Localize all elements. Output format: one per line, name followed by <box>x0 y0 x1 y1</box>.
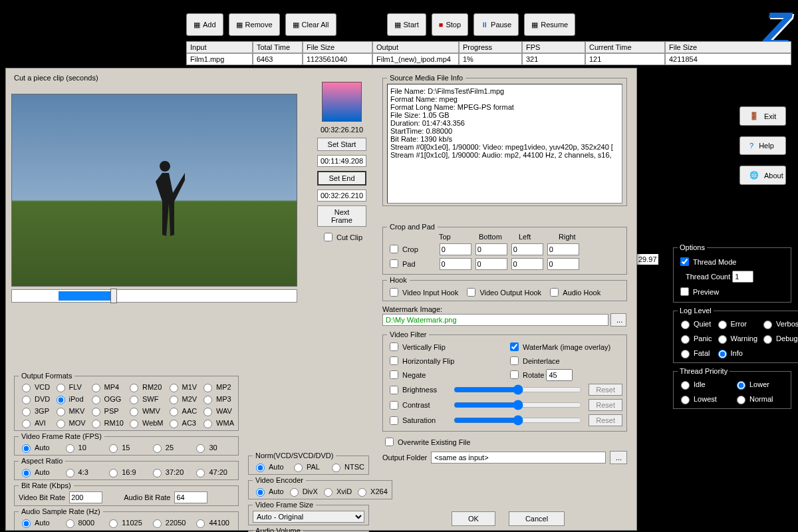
fmt-psp[interactable]: PSP <box>88 406 124 416</box>
log-info[interactable]: Info <box>715 348 758 358</box>
fmt-rm10[interactable]: RM10 <box>88 418 124 428</box>
log-panic[interactable]: Panic <box>678 333 712 344</box>
hflip-checkbox[interactable]: Horizontally Flip <box>387 354 502 367</box>
start-time-field[interactable] <box>317 155 366 167</box>
fmt-webm[interactable]: WebM <box>126 418 164 428</box>
watermark-browse-button[interactable]: ... <box>610 313 626 327</box>
video-output-hook[interactable]: Video Output Hook <box>464 286 541 299</box>
audio-hook[interactable]: Audio Hook <box>547 286 600 299</box>
norm-ntsc[interactable]: NTSC <box>329 462 364 472</box>
cancel-button[interactable]: Cancel <box>509 511 565 526</box>
asr-auto[interactable]: Auto <box>19 517 60 528</box>
pad-top[interactable] <box>440 258 471 270</box>
fmt-m2v[interactable]: M2V <box>166 394 198 404</box>
pad-right[interactable] <box>547 258 579 270</box>
video-bitrate-field[interactable] <box>69 491 102 503</box>
log-fatal[interactable]: Fatal <box>678 348 712 358</box>
contrast-slider[interactable] <box>454 400 582 410</box>
end-time-field[interactable] <box>317 190 366 201</box>
timeline-slider[interactable] <box>11 289 297 303</box>
log-debug[interactable]: Debug <box>760 333 798 344</box>
ar-auto[interactable]: Auto <box>19 467 60 477</box>
fmt-dvd[interactable]: DVD <box>19 394 51 404</box>
set-start-button[interactable]: Set Start <box>317 138 366 151</box>
fmt-swf[interactable]: SWF <box>126 394 164 404</box>
frame-size-select[interactable]: Auto - Original <box>253 511 364 523</box>
next-frame-button[interactable]: Next Frame <box>317 205 366 227</box>
ar-47:20[interactable]: 47:20 <box>193 467 234 477</box>
brightness-slider[interactable] <box>454 384 582 395</box>
log-verbose[interactable]: Verbose <box>760 319 798 329</box>
clear-all-button[interactable]: ▦Clear All <box>285 13 336 36</box>
queue-row[interactable]: Film1.mpg64631123561040Film1_(new)_ipod.… <box>186 53 791 65</box>
fmt-avi[interactable]: AVI <box>19 418 51 428</box>
vfr-30[interactable]: 30 <box>193 442 234 453</box>
tp-idle[interactable]: Idle <box>678 379 731 390</box>
fmt-3gp[interactable]: 3GP <box>19 406 51 416</box>
contrast-checkbox[interactable]: Contrast <box>387 399 447 412</box>
fmt-vcd[interactable]: VCD <box>19 382 51 392</box>
fmt-mp3[interactable]: MP3 <box>200 394 234 404</box>
exit-button[interactable]: 🚪Exit <box>739 106 786 126</box>
about-button[interactable]: 🌐About <box>739 166 786 185</box>
log-error[interactable]: Error <box>715 319 758 329</box>
watermark-checkbox[interactable]: WaterMark (image overlay) <box>507 340 622 353</box>
ok-button[interactable]: OK <box>452 511 495 526</box>
crop-right[interactable] <box>547 243 579 255</box>
venc-x264[interactable]: X264 <box>354 486 388 497</box>
remove-button[interactable]: ▦Remove <box>229 13 280 36</box>
saturation-reset[interactable]: Reset <box>589 414 622 426</box>
resume-button[interactable]: ▦Resume <box>524 13 575 36</box>
crop-checkbox[interactable]: Crop <box>387 243 418 255</box>
pause-button[interactable]: ⏸Pause <box>473 13 519 36</box>
ar-4:3[interactable]: 4:3 <box>63 467 104 477</box>
asr-11025[interactable]: 11025 <box>106 517 147 528</box>
output-folder-browse[interactable]: ... <box>610 451 627 464</box>
venc-auto[interactable]: Auto <box>253 486 284 497</box>
log-warning[interactable]: Warning <box>715 333 758 344</box>
fmt-ipod[interactable]: iPod <box>53 394 86 404</box>
add-button[interactable]: ▦Add <box>186 13 223 36</box>
deinterlace-checkbox[interactable]: Deinterlace <box>507 354 622 367</box>
fmt-mp4[interactable]: MP4 <box>88 382 124 392</box>
start-button[interactable]: ▦Start <box>387 13 426 36</box>
fmt-rm20[interactable]: RM20 <box>126 382 164 392</box>
pad-bottom[interactable] <box>475 258 507 270</box>
ar-16:9[interactable]: 16:9 <box>106 467 147 477</box>
set-end-button[interactable]: Set End <box>317 171 366 186</box>
contrast-reset[interactable]: Reset <box>589 399 622 411</box>
asr-22050[interactable]: 22050 <box>150 517 191 528</box>
audio-bitrate-field[interactable] <box>174 491 207 503</box>
saturation-slider[interactable] <box>454 415 582 426</box>
pad-checkbox[interactable]: Pad <box>387 257 416 270</box>
fmt-wmv[interactable]: WMV <box>126 406 164 416</box>
crop-bottom[interactable] <box>475 243 507 255</box>
asr-8000[interactable]: 8000 <box>63 517 104 528</box>
media-info-text[interactable]: File Name: D:\FilmsTest\Film1.mpg Format… <box>387 84 622 203</box>
log-quiet[interactable]: Quiet <box>678 319 712 329</box>
crop-left[interactable] <box>511 243 543 255</box>
watermark-path-field[interactable] <box>382 314 608 326</box>
vfr-15[interactable]: 15 <box>106 442 147 453</box>
tp-lowest[interactable]: Lowest <box>678 394 731 404</box>
thread-mode-checkbox[interactable]: Thread Mode <box>678 255 736 268</box>
overwrite-checkbox[interactable]: Overwrite Existing File <box>382 436 470 448</box>
video-input-hook[interactable]: Video Input Hook <box>387 286 458 299</box>
norm-pal[interactable]: PAL <box>291 462 326 472</box>
fmt-mov[interactable]: MOV <box>53 418 86 428</box>
brightness-reset[interactable]: Reset <box>589 384 622 396</box>
fmt-mp2[interactable]: MP2 <box>200 382 234 392</box>
ar-37:20[interactable]: 37:20 <box>150 467 191 477</box>
fmt-m1v[interactable]: M1V <box>166 382 198 392</box>
fmt-wav[interactable]: WAV <box>200 406 234 416</box>
pad-left[interactable] <box>511 258 543 270</box>
vfr-auto[interactable]: Auto <box>19 442 60 453</box>
tp-normal[interactable]: Normal <box>733 394 787 404</box>
saturation-checkbox[interactable]: Saturation <box>387 414 447 427</box>
cut-clip-checkbox[interactable]: Cut Clip <box>321 231 362 243</box>
vflip-checkbox[interactable]: Vertically Flip <box>387 340 502 353</box>
negate-checkbox[interactable]: Negate <box>387 368 502 381</box>
help-button[interactable]: ?Help <box>739 136 786 155</box>
vfr-25[interactable]: 25 <box>150 442 191 453</box>
norm-auto[interactable]: Auto <box>253 462 288 472</box>
